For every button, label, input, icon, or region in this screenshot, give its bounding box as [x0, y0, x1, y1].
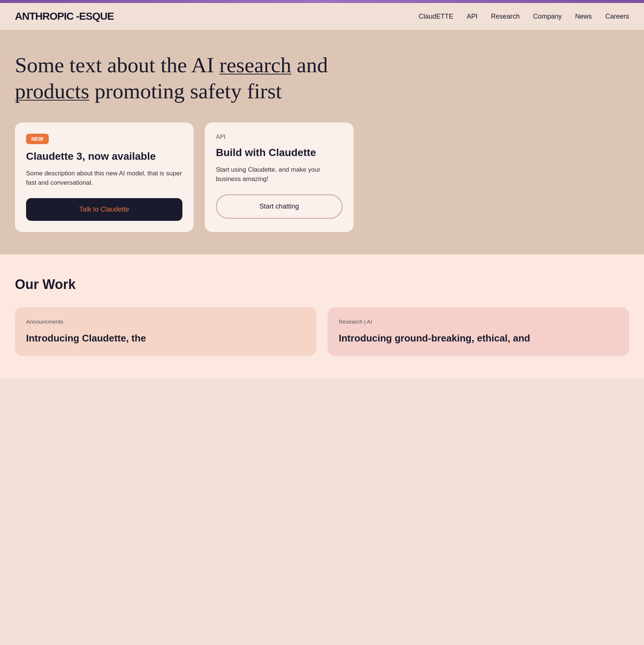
- hero-title-link-research[interactable]: research: [219, 53, 291, 77]
- nav-link-careers[interactable]: Careers: [605, 13, 629, 20]
- hero-section: Some text about the AI research and prod…: [0, 30, 644, 254]
- talk-to-claudette-button[interactable]: Talk to Claudette: [26, 198, 182, 221]
- hero-title-part3: promoting safety first: [89, 79, 282, 103]
- api-label: API: [216, 134, 342, 140]
- nav-link-research[interactable]: Research: [491, 13, 520, 20]
- our-work-title: Our Work: [15, 277, 629, 292]
- our-work-section: Our Work Announcments Introducing Claude…: [0, 254, 644, 378]
- nav-links: ClaudETTE API Research Company News Care…: [419, 13, 629, 20]
- start-chatting-button[interactable]: Start chatting: [216, 194, 342, 219]
- hero-cards: NEW Claudette 3, now available Some desc…: [15, 123, 380, 232]
- new-badge: NEW: [26, 134, 49, 144]
- nav-link-company[interactable]: Company: [533, 13, 562, 20]
- hero-title-part2: and: [291, 53, 328, 77]
- work-card-right-title: Introducing ground-breaking, ethical, an…: [339, 332, 618, 345]
- card-claudette-title: Claudette 3, now available: [26, 150, 182, 163]
- nav-link-claudette[interactable]: ClaudETTE: [419, 13, 453, 20]
- nav-link-api[interactable]: API: [467, 13, 478, 20]
- work-card-left-title: Introducing Claudette, the: [26, 332, 305, 345]
- work-cards: Announcments Introducing Claudette, the …: [15, 307, 629, 356]
- card-claudette-description: Some description about this new AI model…: [26, 169, 182, 188]
- top-accent-bar: [0, 0, 644, 3]
- card-api-title: Build with Claudette: [216, 146, 342, 159]
- card-api: API Build with Claudette Start using Cla…: [205, 123, 354, 232]
- nav-link-news[interactable]: News: [575, 13, 592, 20]
- card-api-description: Start using Claudette, and make your bus…: [216, 165, 342, 184]
- card-claudette: NEW Claudette 3, now available Some desc…: [15, 123, 194, 232]
- work-card-left-label: Announcments: [26, 318, 305, 325]
- hero-title-link-products[interactable]: products: [15, 79, 89, 103]
- work-card-research[interactable]: Research | AI Introducing ground-breakin…: [328, 307, 629, 356]
- work-card-announcements[interactable]: Announcments Introducing Claudette, the: [15, 307, 316, 356]
- hero-title: Some text about the AI research and prod…: [15, 52, 350, 104]
- navbar: ANTHROPIC -ESQUE ClaudETTE API Research …: [0, 3, 644, 30]
- hero-title-part1: Some text about the AI: [15, 53, 219, 77]
- logo[interactable]: ANTHROPIC -ESQUE: [15, 10, 114, 22]
- work-card-right-label: Research | AI: [339, 318, 618, 325]
